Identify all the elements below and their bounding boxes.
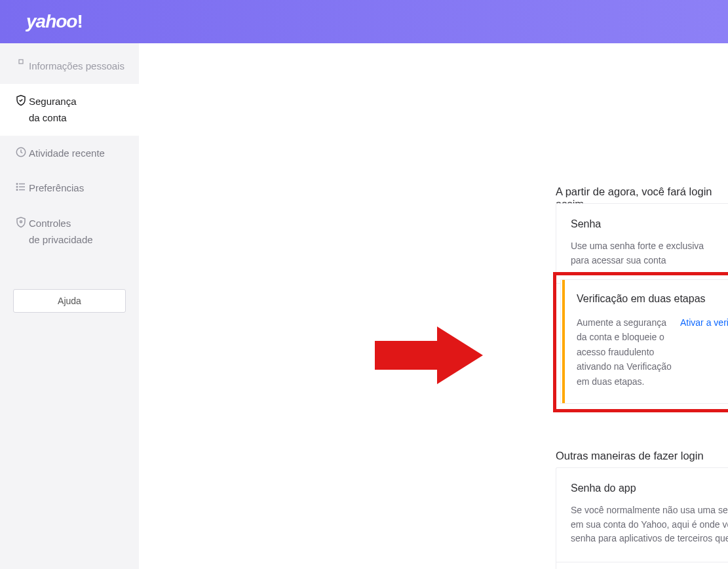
sidebar-item-recent-activity[interactable]: Atividade recente [0, 136, 139, 171]
brand-logo[interactable]: yahoo! [26, 11, 83, 32]
brand-text: yahoo [26, 11, 77, 31]
list-icon [13, 180, 29, 193]
two-step-desc: Aumente a segurança da conta e bloqueie … [577, 315, 675, 389]
other-login-heading: Outras maneiras de fazer login [556, 450, 704, 462]
svg-rect-0 [19, 60, 23, 64]
sidebar: Informações pessoais Segurança da conta … [0, 43, 139, 569]
shield-icon [13, 93, 29, 106]
shield-gear-icon [13, 215, 29, 228]
sidebar-item-label: Atividade recente [29, 145, 130, 162]
help-button[interactable]: Ajuda [13, 289, 126, 313]
arrow-annotation [375, 323, 486, 391]
enable-two-step-link[interactable]: Ativar a verificação em duas etapas [680, 315, 728, 389]
generate-app-password-link[interactable]: Gerar senha de aplicativo [556, 562, 728, 569]
password-card-desc: Use uma senha forte e exclusiva para ace… [571, 239, 708, 267]
clock-icon [13, 145, 29, 158]
sidebar-item-label: Preferências [29, 180, 130, 197]
app-password-card: Senha do app Se você normalmente não usa… [556, 467, 728, 569]
main-layout: Informações pessoais Segurança da conta … [0, 43, 728, 569]
svg-marker-9 [375, 326, 483, 384]
app-password-title: Senha do app [571, 482, 728, 494]
brand-bang: ! [77, 11, 82, 31]
sidebar-item-label: Controles de privacidade [29, 215, 130, 248]
two-step-highlight-box: Verificação em duas etapas Aumente a seg… [553, 272, 728, 412]
svg-point-6 [16, 186, 18, 187]
svg-point-5 [16, 184, 18, 185]
sidebar-item-label: Informações pessoais [29, 58, 130, 75]
top-header: yahoo! [0, 0, 728, 43]
help-button-wrap: Ajuda [0, 289, 139, 313]
arrow-right-icon [375, 323, 486, 388]
sidebar-item-personal-info[interactable]: Informações pessoais [0, 49, 139, 84]
svg-point-8 [20, 220, 22, 222]
password-card-title: Senha [571, 218, 728, 230]
sidebar-item-privacy-controls[interactable]: Controles de privacidade [0, 206, 139, 258]
two-step-card: Verificação em duas etapas Aumente a seg… [560, 280, 728, 404]
content-area: A partir de agora, você fará login assim… [139, 43, 728, 569]
two-step-title: Verificação em duas etapas [577, 293, 728, 305]
sidebar-item-account-security[interactable]: Segurança da conta [0, 84, 139, 136]
sidebar-item-label: Segurança da conta [29, 93, 130, 127]
sidebar-item-preferences[interactable]: Preferências [0, 170, 139, 206]
square-icon [13, 58, 29, 64]
app-password-desc: Se você normalmente não usa uma senha pa… [571, 503, 728, 546]
svg-point-7 [16, 189, 18, 191]
